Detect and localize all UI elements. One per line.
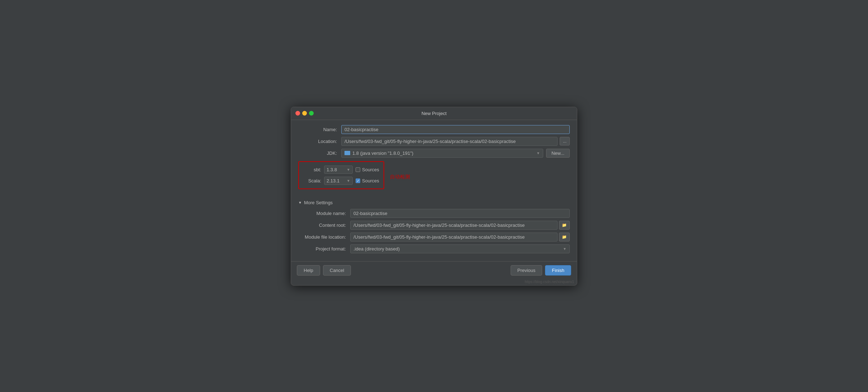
content-root-label: Content root:	[298, 223, 350, 228]
project-format-select[interactable]: .idea (directory based) ▼	[350, 244, 570, 253]
scala-sources-checkbox[interactable]	[356, 178, 360, 183]
chevron-down-icon: ▼	[298, 201, 302, 205]
format-dropdown-arrow: ▼	[563, 247, 566, 251]
project-format-value: .idea (directory based)	[353, 246, 400, 252]
main-content: Name: Location: ... JDK: 1.8 (java versi…	[291, 120, 577, 261]
sbt-label: sbt:	[303, 167, 321, 172]
location-input-group: ...	[341, 137, 570, 146]
jdk-icon: 1.8 (java version "1.8.0_191")	[344, 150, 413, 156]
location-input[interactable]	[341, 137, 558, 146]
jdk-select[interactable]: 1.8 (java version "1.8.0_191") ▼	[341, 149, 543, 158]
window-title: New Project	[421, 111, 447, 116]
project-format-label: Project format:	[298, 246, 350, 252]
module-file-input[interactable]	[350, 233, 558, 242]
module-file-browse-button[interactable]: 📁	[559, 233, 570, 242]
more-settings-toggle[interactable]: ▼ More Settings	[298, 200, 570, 205]
new-project-dialog: New Project Name: Location: ... JDK: 1.8…	[291, 107, 577, 286]
location-label: Location:	[298, 139, 341, 144]
scala-sources-checkbox-label[interactable]: Sources	[356, 178, 379, 183]
module-name-input[interactable]	[350, 209, 570, 218]
content-root-browse-button[interactable]: 📁	[559, 221, 570, 230]
project-format-row: Project format: .idea (directory based) …	[298, 244, 570, 253]
sbt-scala-box: sbt: 1.3.8 ▼ Sources Scala: 2.13.1	[298, 161, 384, 189]
content-root-input-group: 📁	[350, 221, 570, 230]
content-root-row: Content root: 📁	[298, 221, 570, 230]
content-root-input[interactable]	[350, 221, 558, 230]
cancel-button[interactable]: Cancel	[323, 265, 351, 276]
scala-label: Scala:	[303, 178, 321, 183]
finish-button[interactable]: Finish	[545, 265, 571, 276]
name-input[interactable]	[341, 125, 570, 134]
footer-right-buttons: Previous Finish	[511, 265, 571, 276]
more-settings-section: ▼ More Settings Module name: Content roo…	[298, 200, 570, 253]
jdk-new-button[interactable]: New...	[546, 149, 570, 158]
footer: Help Cancel Previous Finish	[291, 261, 577, 279]
maximize-button[interactable]	[309, 111, 314, 116]
sbt-version-select[interactable]: 1.3.8 ▼	[324, 166, 353, 174]
sbt-dropdown-arrow: ▼	[347, 168, 350, 172]
previous-button[interactable]: Previous	[511, 265, 542, 276]
scala-row: Scala: 2.13.1 ▼ Sources	[303, 177, 379, 185]
name-label: Name:	[298, 127, 341, 132]
module-file-row: Module file location: 📁	[298, 233, 570, 242]
module-file-input-group: 📁	[350, 233, 570, 242]
module-file-label: Module file location:	[298, 234, 350, 240]
close-button[interactable]	[295, 111, 300, 116]
help-button[interactable]: Help	[297, 265, 320, 276]
titlebar: New Project	[291, 107, 577, 120]
minimize-button[interactable]	[302, 111, 307, 116]
location-browse-button[interactable]: ...	[560, 137, 570, 145]
jdk-folder-icon	[344, 151, 350, 155]
watermark: https://blog.csdn.net/xinquanv1	[291, 279, 577, 285]
module-name-row: Module name:	[298, 209, 570, 218]
traffic-lights	[295, 111, 314, 116]
jdk-label: JDK:	[298, 150, 341, 156]
more-settings-header-label: More Settings	[304, 200, 333, 205]
sbt-sources-label: Sources	[362, 167, 379, 172]
sbt-version-value: 1.3.8	[327, 167, 337, 172]
module-name-label: Module name:	[298, 211, 350, 216]
scala-version-select[interactable]: 2.13.1 ▼	[324, 177, 353, 185]
scala-sources-label: Sources	[362, 178, 379, 183]
footer-left-buttons: Help Cancel	[297, 265, 351, 276]
sbt-scala-section: sbt: 1.3.8 ▼ Sources Scala: 2.13.1	[298, 161, 570, 193]
sbt-sources-checkbox-label[interactable]: Sources	[356, 167, 379, 172]
scala-dropdown-arrow: ▼	[347, 179, 350, 183]
location-row: Location: ...	[298, 137, 570, 146]
jdk-value: 1.8 (java version "1.8.0_191")	[352, 150, 413, 156]
sbt-row: sbt: 1.3.8 ▼ Sources	[303, 166, 379, 174]
jdk-dropdown-arrow: ▼	[536, 151, 540, 155]
name-row: Name:	[298, 125, 570, 134]
jdk-row: JDK: 1.8 (java version "1.8.0_191") ▼ Ne…	[298, 149, 570, 158]
more-settings-content: Module name: Content root: 📁 Module file…	[298, 209, 570, 253]
scala-version-value: 2.13.1	[327, 178, 339, 183]
auto-detect-label: 自动检测	[390, 174, 410, 180]
sbt-sources-checkbox[interactable]	[356, 167, 360, 172]
